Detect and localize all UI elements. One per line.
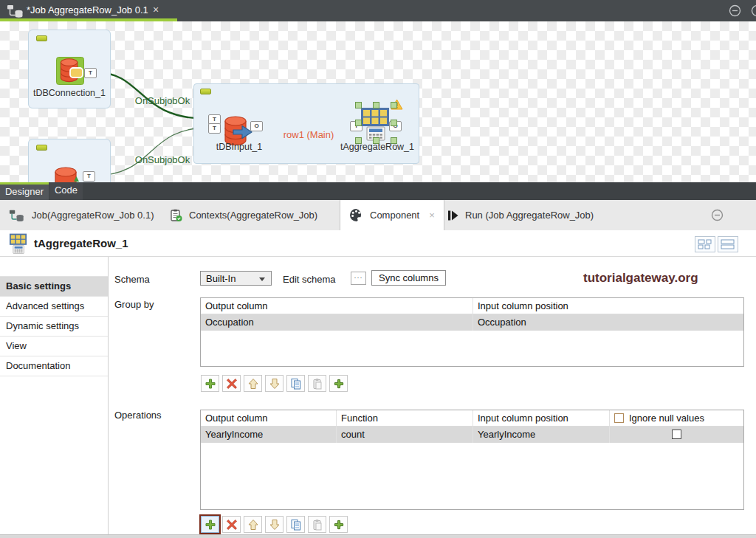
delete-row-button[interactable] xyxy=(222,375,241,392)
operations-toolbar xyxy=(201,516,348,533)
selection-handle[interactable] xyxy=(355,102,362,108)
status-led xyxy=(36,35,47,41)
component-title: tAggregateRow_1 xyxy=(34,237,128,249)
add-row-button-highlighted[interactable] xyxy=(201,516,219,533)
selection-handle[interactable] xyxy=(391,102,397,108)
component-label: tDBConnection_1 xyxy=(29,88,110,98)
rows-layout-icon xyxy=(721,239,735,249)
job-editor-tab[interactable]: *Job AggregateRow_Job 0.1 × xyxy=(0,0,177,21)
row1-link-label[interactable]: row1 (Main) xyxy=(268,129,349,140)
status-led xyxy=(36,145,47,151)
tab-job[interactable]: Job(AggregateRow_Job 0.1) xyxy=(0,200,163,230)
sidebar-item-view[interactable]: View xyxy=(0,337,108,356)
selection-handle[interactable] xyxy=(355,120,362,126)
selection-handle[interactable] xyxy=(373,102,379,108)
column-header: Function xyxy=(337,410,473,426)
operations-label: Operations xyxy=(114,410,162,421)
trigger-connector[interactable]: T xyxy=(83,171,95,182)
table-row[interactable]: Occupation Occupation xyxy=(201,314,743,331)
schema-type-value: Built-In xyxy=(206,273,236,284)
component-tdbconnection[interactable]: tDBConnection_1 xyxy=(28,30,111,108)
tab-label: Contexts(AggregateRow_Job) xyxy=(189,210,317,221)
sidebar-item-dynamic-settings[interactable]: Dynamic settings xyxy=(0,317,108,337)
column-header-ignore-null: Ignore null values xyxy=(610,410,743,426)
red-x-icon xyxy=(226,519,238,531)
copy-icon xyxy=(290,519,302,531)
input-column-position-cell[interactable]: Occupation xyxy=(473,314,743,331)
edit-schema-label: Edit schema xyxy=(283,274,336,285)
maximize-icon[interactable] xyxy=(751,4,756,20)
horizontal-scrollbar[interactable] xyxy=(0,534,756,538)
tab-label: Run (Job AggregateRow_Job) xyxy=(465,210,594,221)
tab-label: Component xyxy=(370,210,419,221)
trigger-connector[interactable]: T xyxy=(208,123,221,134)
rows-layout-button[interactable] xyxy=(718,236,738,252)
function-cell[interactable]: count xyxy=(337,427,473,443)
sidebar-item-advanced-settings[interactable]: Advanced settings xyxy=(0,297,108,317)
move-down-button[interactable] xyxy=(265,375,284,392)
trigger-connector[interactable]: T xyxy=(84,68,97,78)
move-up-button[interactable] xyxy=(244,375,262,392)
selection-handle[interactable] xyxy=(391,120,397,126)
tab-component[interactable]: Component × xyxy=(340,200,444,230)
ignore-null-header-checkbox[interactable] xyxy=(614,413,624,423)
add-all-button[interactable] xyxy=(329,375,348,392)
sidebar-item-documentation[interactable]: Documentation xyxy=(0,356,108,376)
copy-button[interactable] xyxy=(286,516,305,533)
panel-tab-bar: Job(AggregateRow_Job 0.1) Contexts(Aggre… xyxy=(0,200,756,230)
delete-row-button[interactable] xyxy=(222,516,241,533)
output-column-cell[interactable]: YearlyIncome xyxy=(201,427,337,443)
tab-contexts[interactable]: Contexts(AggregateRow_Job) xyxy=(161,200,326,230)
component-label: tAggregateRow_1 xyxy=(332,142,422,152)
job-icon xyxy=(7,4,24,18)
input-arrow-icon xyxy=(233,125,252,139)
tab-code[interactable]: Code xyxy=(49,182,83,200)
job-design-canvas[interactable]: tDBConnection_1 T T OnSubjobOk OnSubjobO… xyxy=(0,21,756,182)
job-tab-title: *Job AggregateRow_Job 0.1 xyxy=(27,4,148,15)
plus-icon xyxy=(205,378,216,390)
settings-sidebar: Basic settings Advanced settings Dynamic… xyxy=(0,257,109,534)
copy-icon xyxy=(290,378,302,390)
group-by-label: Group by xyxy=(114,299,154,310)
component-label: tDBInput_1 xyxy=(209,142,269,152)
ignore-null-checkbox[interactable] xyxy=(672,430,681,439)
add-row-button[interactable] xyxy=(201,375,219,392)
edit-schema-ellipsis-button[interactable]: ··· xyxy=(351,272,366,285)
paste-button[interactable] xyxy=(308,375,326,392)
chevron-down-icon xyxy=(259,277,265,281)
tab-label: Job(AggregateRow_Job 0.1) xyxy=(32,210,154,221)
up-arrow-icon xyxy=(247,519,259,531)
sync-columns-button[interactable]: Sync columns xyxy=(371,270,446,286)
tdbconnection-icon[interactable] xyxy=(56,57,84,85)
grid-layout-button[interactable] xyxy=(695,236,715,252)
paste-icon xyxy=(312,378,323,390)
tab-designer[interactable]: Designer xyxy=(0,182,49,200)
paste-icon xyxy=(312,519,323,531)
copy-button[interactable] xyxy=(286,375,305,392)
operations-header-row: Output column Function Input column posi… xyxy=(201,410,743,427)
component-header: tAggregateRow_1 xyxy=(0,230,756,257)
red-x-icon xyxy=(226,378,238,390)
close-icon[interactable]: × xyxy=(429,210,435,221)
input-column-position-cell[interactable]: YearlyIncome xyxy=(473,427,610,443)
grid-layout-icon xyxy=(698,239,712,249)
tab-run[interactable]: Run (Job AggregateRow_Job) xyxy=(439,200,602,230)
close-icon[interactable]: × xyxy=(153,4,159,15)
table-row[interactable]: YearlyIncome count YearlyIncome xyxy=(201,427,743,443)
move-up-button[interactable] xyxy=(244,516,262,533)
plus-icon xyxy=(205,519,216,531)
minimize-icon[interactable] xyxy=(711,209,724,224)
add-all-button[interactable] xyxy=(329,516,348,533)
schema-type-select[interactable]: Built-In xyxy=(200,271,272,286)
output-column-cell[interactable]: Occupation xyxy=(201,314,473,331)
move-down-button[interactable] xyxy=(265,516,284,533)
paste-button[interactable] xyxy=(308,516,326,533)
multi-plus-icon xyxy=(333,378,345,390)
sidebar-item-basic-settings[interactable]: Basic settings xyxy=(0,277,108,297)
minimize-icon[interactable] xyxy=(729,4,741,20)
output-connector[interactable]: O xyxy=(250,121,263,131)
contexts-icon xyxy=(170,209,182,222)
down-arrow-icon xyxy=(269,378,281,390)
column-header: Input column position xyxy=(473,410,610,426)
taggregaterow-icon[interactable] xyxy=(360,107,390,141)
